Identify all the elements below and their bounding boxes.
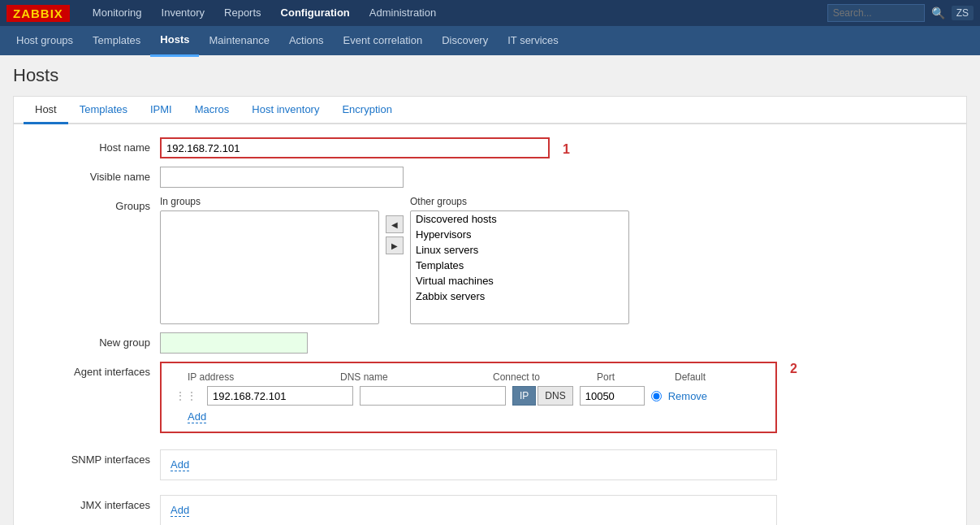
snmp-interfaces-section: Add (160, 449, 777, 480)
subnav-templates[interactable]: Templates (83, 26, 150, 55)
other-groups-label: Other groups (410, 196, 629, 207)
visible-name-label: Visible name (30, 167, 160, 183)
host-name-label: Host name (30, 137, 160, 154)
agent-interfaces-section: IP address DNS name Connect to Port Defa… (160, 362, 777, 433)
agent-ip-input[interactable] (207, 386, 353, 406)
new-group-input[interactable] (160, 332, 308, 354)
col-default-header: Default (675, 371, 723, 383)
jmx-interfaces-control: Add (160, 495, 950, 525)
default-radio[interactable] (651, 391, 662, 401)
new-group-control (160, 332, 950, 354)
interfaces-col-headers: IP address DNS name Connect to Port Defa… (171, 371, 766, 383)
nav-monitoring[interactable]: Monitoring (83, 0, 152, 26)
groups-row: Groups In groups ◀ ▶ Other gr (30, 196, 950, 324)
default-radio-wrap (651, 391, 662, 401)
nav-configuration[interactable]: Configuration (271, 0, 360, 26)
subnav-host-groups[interactable]: Host groups (6, 26, 83, 55)
in-groups-listbox[interactable] (160, 210, 379, 324)
host-name-input[interactable] (160, 137, 550, 158)
in-groups-label: In groups (160, 196, 379, 207)
groups-label: Groups (30, 196, 160, 212)
top-nav-links: Monitoring Inventory Reports Configurati… (83, 0, 446, 26)
agent-dns-input[interactable] (360, 386, 506, 406)
tab-templates[interactable]: Templates (68, 97, 139, 124)
jmx-interfaces-label: JMX interfaces (30, 495, 160, 511)
visible-name-control (160, 167, 950, 188)
page-title: Hosts (13, 65, 967, 86)
form-tabs: Host Templates IPMI Macros Host inventor… (14, 97, 966, 124)
subnav-actions[interactable]: Actions (279, 26, 334, 55)
snmp-interfaces-row: SNMP interfaces Add (30, 449, 950, 487)
host-name-row: Host name 1 (30, 137, 950, 158)
subnav-maintenance[interactable]: Maintenance (199, 26, 278, 55)
host-form-card: Host Templates IPMI Macros Host inventor… (13, 96, 967, 525)
tab-macros[interactable]: Macros (183, 97, 241, 124)
host-name-number: 1 (563, 140, 570, 157)
jmx-interfaces-row: JMX interfaces Add (30, 495, 950, 525)
other-groups-container: Other groups Discovered hosts Hypervisor… (410, 196, 629, 324)
list-item[interactable]: Discovered hosts (411, 211, 628, 227)
snmp-interfaces-label: SNMP interfaces (30, 449, 160, 466)
visible-name-row: Visible name (30, 167, 950, 188)
nav-inventory[interactable]: Inventory (152, 0, 214, 26)
new-group-label: New group (30, 332, 160, 349)
agent-interface-row-1: ⋮⋮ IP DNS Remove (171, 386, 766, 406)
logo-z: Z (13, 7, 21, 20)
col-ip-header: IP address (188, 371, 334, 383)
new-group-row: New group (30, 332, 950, 354)
tab-encryption[interactable]: Encryption (330, 97, 403, 124)
search-icon[interactable]: 🔍 (931, 7, 945, 20)
list-item[interactable]: Hypervisors (411, 227, 628, 242)
agent-interfaces-row: Agent interfaces IP address DNS name Con… (30, 362, 950, 441)
groups-wrap: In groups ◀ ▶ Other groups Discovered ho… (160, 196, 950, 324)
list-item[interactable]: Templates (411, 258, 628, 273)
visible-name-input[interactable] (160, 167, 404, 188)
add-jmx-interface-link[interactable]: Add (171, 504, 189, 517)
subnav-event-correlation[interactable]: Event correlation (334, 26, 433, 55)
top-navigation: ZABBIX Monitoring Inventory Reports Conf… (0, 0, 980, 26)
subnav-discovery[interactable]: Discovery (432, 26, 498, 55)
page-content: Hosts Host Templates IPMI Macros Host in… (0, 55, 980, 525)
group-arrows: ◀ ▶ (379, 215, 410, 254)
sub-navigation: Host groups Templates Hosts Maintenance … (0, 26, 980, 55)
list-item[interactable]: Virtual machines (411, 273, 628, 289)
global-search-input[interactable] (827, 4, 925, 22)
subnav-hosts[interactable]: Hosts (150, 25, 199, 57)
user-badge: ZS (952, 6, 974, 20)
move-left-button[interactable]: ◀ (386, 215, 404, 233)
in-groups-container: In groups (160, 196, 379, 324)
tab-host[interactable]: Host (24, 97, 68, 124)
subnav-it-services[interactable]: IT services (498, 26, 568, 55)
other-groups-listbox[interactable]: Discovered hosts Hypervisors Linux serve… (410, 210, 629, 324)
move-right-button[interactable]: ▶ (386, 236, 404, 254)
groups-control: In groups ◀ ▶ Other groups Discovered ho… (160, 196, 950, 324)
list-item[interactable]: Zabbix servers (411, 289, 628, 304)
remove-interface-link[interactable]: Remove (668, 390, 707, 402)
agent-interfaces-number: 2 (790, 362, 797, 376)
agent-interfaces-label: Agent interfaces (30, 362, 160, 378)
col-port-header: Port (597, 371, 668, 383)
add-agent-interface-wrap: Add (171, 410, 766, 423)
agent-interfaces-control: IP address DNS name Connect to Port Defa… (160, 362, 950, 441)
add-agent-interface-link[interactable]: Add (188, 410, 206, 423)
jmx-interfaces-section: Add (160, 495, 777, 525)
host-name-control: 1 (160, 137, 950, 158)
form-body: Host name 1 Visible name Groups (14, 124, 966, 525)
nav-reports[interactable]: Reports (214, 0, 271, 26)
agent-port-input[interactable] (580, 386, 645, 406)
col-connect-header: Connect to (493, 371, 590, 383)
app-logo: ZABBIX (6, 5, 70, 22)
tab-host-inventory[interactable]: Host inventory (240, 97, 330, 124)
snmp-interfaces-control: Add (160, 449, 950, 487)
connect-ip-button[interactable]: IP (512, 386, 536, 406)
tab-ipmi[interactable]: IPMI (139, 97, 183, 124)
connect-buttons: IP DNS (512, 386, 573, 406)
logo-rest: ABBIX (21, 7, 63, 20)
col-dns-header: DNS name (340, 371, 486, 383)
connect-dns-button[interactable]: DNS (537, 386, 572, 406)
top-nav-right: 🔍 ZS (827, 4, 974, 22)
add-snmp-interface-link[interactable]: Add (171, 458, 189, 471)
nav-administration[interactable]: Administration (360, 0, 446, 26)
list-item[interactable]: Linux servers (411, 242, 628, 258)
drag-handle-icon[interactable]: ⋮⋮ (171, 389, 201, 402)
